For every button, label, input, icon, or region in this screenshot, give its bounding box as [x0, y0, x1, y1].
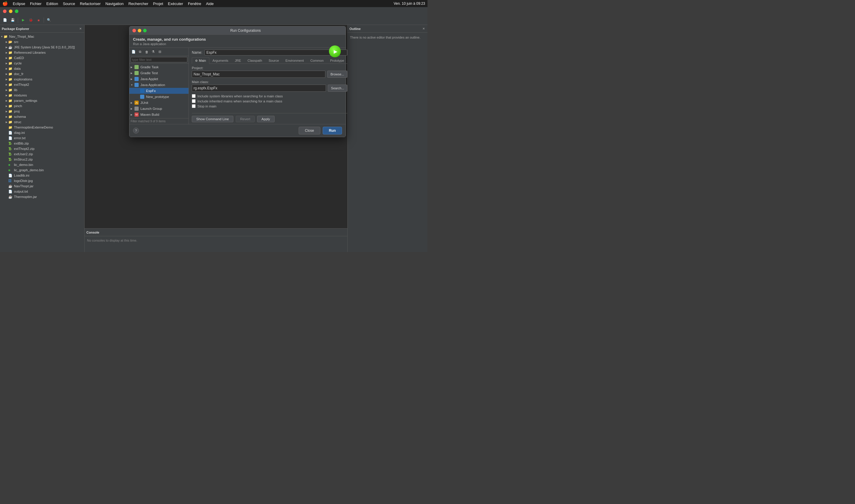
tree-item-lic-demo[interactable]: ▶ ■ lic_demo.bin — [0, 162, 84, 167]
package-explorer-close[interactable]: ✕ — [78, 27, 83, 31]
window-minimize-button[interactable] — [9, 10, 13, 13]
window-maximize-button[interactable] — [15, 10, 18, 13]
tree-item-explorations[interactable]: ▶ 📁 explorations — [0, 76, 84, 82]
dialog-maximize-traffic[interactable] — [143, 29, 147, 32]
run-button[interactable]: Run — [323, 127, 342, 134]
config-item-espfx[interactable]: ▶ EspFx — [129, 88, 189, 94]
tree-item-param-settings[interactable]: ▶ 📁 param_settings — [0, 98, 84, 103]
tree-item-struc[interactable]: ▶ 📁 struc — [0, 119, 84, 125]
include-system-libs-label[interactable]: Include system libraries when searching … — [197, 94, 283, 98]
tree-item-cycle[interactable]: ▶ 📁 cycle — [0, 60, 84, 66]
stop-in-main-label[interactable]: Stop in main — [197, 105, 216, 108]
config-collapse-button[interactable]: ⊟ — [157, 49, 163, 55]
tree-item-navthopt-jar[interactable]: ▶ ☕ NavThopt.jar — [0, 183, 84, 189]
config-delete-button[interactable]: 🗑 — [144, 49, 149, 55]
stop-in-main-checkbox[interactable] — [192, 104, 196, 108]
include-inherited-mains-label[interactable]: Include inherited mains when searching f… — [197, 100, 282, 103]
tree-item-error[interactable]: ▶ 📄 error.txt — [0, 136, 84, 141]
toolbar-stop-button[interactable]: ■ — [35, 17, 42, 23]
tab-classpath[interactable]: Classpath — [244, 57, 265, 64]
menu-edit[interactable]: Edition — [46, 1, 58, 6]
dialog-close-traffic[interactable] — [132, 29, 136, 32]
tree-item-extthopt2[interactable]: ▶ 📁 extThopt2 — [0, 82, 84, 87]
tree-item-doc-fr[interactable]: ▶ 📁 doc_fr — [0, 71, 84, 76]
tree-item-diag[interactable]: ▶ 📄 diag.ini — [0, 130, 84, 136]
include-system-libs-checkbox[interactable] — [192, 94, 196, 98]
tab-prototype[interactable]: Prototype — [327, 57, 348, 64]
config-item-maven-build[interactable]: ▶ M Maven Build — [129, 112, 189, 118]
include-inherited-mains-checkbox[interactable] — [192, 99, 196, 103]
menu-window[interactable]: Fenêtre — [188, 1, 201, 6]
config-item-gradle-task[interactable]: ▶ Gradle Task — [129, 64, 189, 70]
tree-item-schema[interactable]: ▶ 📁 schema — [0, 114, 84, 119]
tree-item-proj[interactable]: ▶ 📁 proj — [0, 109, 84, 114]
toolbar-run-button[interactable]: ▶ — [20, 17, 26, 23]
menu-file[interactable]: Fichier — [30, 1, 41, 6]
tree-item-data[interactable]: ▶ 📁 data — [0, 66, 84, 71]
tree-item-jre[interactable]: ▶ ☕ JRE System Library [Java SE 8 [1.8.0… — [0, 44, 84, 50]
tab-source[interactable]: Source — [265, 57, 282, 64]
toolbar-search-button[interactable]: 🔍 — [46, 17, 52, 23]
tab-jre[interactable]: JRE — [232, 57, 244, 64]
tree-item-lic-graph[interactable]: ▶ ■ lic_graph_demo.bin — [0, 167, 84, 173]
show-command-line-button[interactable]: Show Command Line — [192, 116, 233, 122]
outline-close[interactable]: ✕ — [422, 27, 426, 31]
config-tree[interactable]: ▶ Gradle Task ▶ Gradle Test — [129, 64, 189, 118]
tree-item-cated[interactable]: ▶ 📁 CatED — [0, 55, 84, 60]
tree-root[interactable]: ▼ 📁 Nav_Thopt_Mac — [0, 34, 84, 39]
tree-item-pinch[interactable]: ▶ 📁 pinch — [0, 103, 84, 109]
search-mainclass-button[interactable]: Search... — [328, 85, 348, 92]
config-item-java-application[interactable]: ▼ Java Application — [129, 82, 189, 88]
project-input[interactable] — [192, 71, 325, 78]
mainclass-input[interactable] — [192, 85, 326, 92]
tree-item-thermoptim-jar[interactable]: ▶ ☕ Thermoptim.jar — [0, 194, 84, 199]
tab-main[interactable]: ⚙ Main — [192, 57, 209, 64]
window-close-button[interactable] — [3, 10, 6, 13]
tree-item-referenced-libraries[interactable]: ▶ 📁 Referenced Libraries — [0, 50, 84, 55]
tree-item-extbib[interactable]: ▶ 🗜 extBib.zip — [0, 141, 84, 146]
menu-source[interactable]: Source — [63, 1, 75, 6]
menu-eclipse[interactable]: Eclipse — [13, 1, 25, 6]
toolbar-save-button[interactable]: 💾 — [10, 17, 16, 23]
tree-item-imstruc2[interactable]: ▶ 🗜 imStruc2.zip — [0, 157, 84, 162]
help-button[interactable]: ? — [133, 128, 139, 133]
menu-project[interactable]: Projet — [153, 1, 163, 6]
config-duplicate-button[interactable]: ⧉ — [137, 49, 143, 55]
revert-button[interactable]: Revert — [236, 116, 255, 122]
config-item-launch-group[interactable]: ▶ Launch Group — [129, 106, 189, 112]
tree-item-output[interactable]: ▶ 📄 output.txt — [0, 189, 84, 194]
close-button[interactable]: Close — [299, 127, 320, 134]
tree-item-extuser2[interactable]: ▶ 🗜 extUser2.zip — [0, 151, 84, 157]
toolbar-debug-button[interactable]: 🐞 — [28, 17, 34, 23]
config-item-new-prototype[interactable]: ▶ New_prototype — [129, 94, 189, 100]
toolbar-new-button[interactable]: 📄 — [2, 17, 8, 23]
tree-item-thermoptim[interactable]: ▶ 📁 ThermoptimExterneDemo — [0, 125, 84, 130]
name-input[interactable] — [204, 50, 348, 55]
tree-item-loadlib[interactable]: ▶ 📄 Loadlib.ini — [0, 173, 84, 178]
menu-run[interactable]: Exécuter — [168, 1, 183, 6]
tree-item-lib[interactable]: ▶ 📁 lib — [0, 87, 84, 93]
tree-item-mixtures[interactable]: ▶ 📁 mixtures — [0, 93, 84, 98]
config-new-button[interactable]: 📄 — [131, 49, 137, 55]
dialog-minimize-traffic[interactable] — [138, 29, 141, 32]
menu-search[interactable]: Rechercher — [128, 1, 148, 6]
config-filter-button[interactable]: ⚗ — [150, 49, 156, 55]
apple-menu[interactable]: 🍎 — [2, 1, 8, 6]
tree-item-extthopt2zip[interactable]: ▶ 🗜 extThopt2.zip — [0, 146, 84, 151]
menu-help[interactable]: Aide — [206, 1, 214, 6]
tab-environment[interactable]: Environment — [282, 57, 307, 64]
tree-item-logodistr[interactable]: ▶ 🖼 logoDistr.jpg — [0, 178, 84, 183]
menu-refactor[interactable]: Refactoriser — [80, 1, 101, 6]
config-item-gradle-test[interactable]: ▶ Gradle Test — [129, 70, 189, 76]
browse-project-button[interactable]: Browse... — [327, 71, 348, 78]
tab-arguments[interactable]: Arguments — [209, 57, 232, 64]
tree-item-src[interactable]: ▶ 📂 src — [0, 39, 84, 44]
package-explorer-tree[interactable]: ▼ 📁 Nav_Thopt_Mac ▶ 📂 src ▶ ☕ JRE System… — [0, 33, 84, 252]
menu-navigate[interactable]: Navigation — [105, 1, 124, 6]
apply-button[interactable]: Apply — [257, 116, 274, 122]
config-item-junit[interactable]: ▶ Ju JUnit — [129, 100, 189, 106]
dialog-run-icon[interactable] — [329, 46, 341, 57]
config-search-input[interactable] — [131, 57, 187, 62]
config-item-java-applet[interactable]: ▶ Java Applet — [129, 76, 189, 82]
tab-common[interactable]: Common — [307, 57, 327, 64]
